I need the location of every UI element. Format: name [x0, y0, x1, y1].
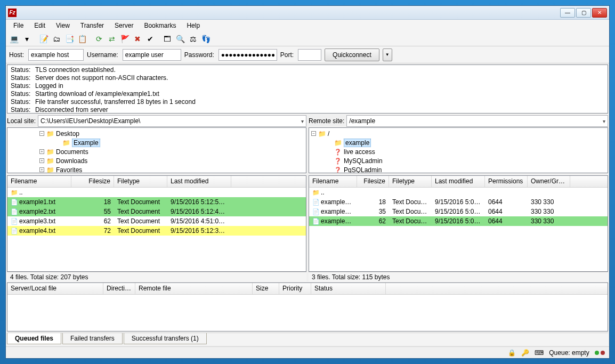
file-row[interactable]: example3.txt62Text Document9/15/2016 4:5…: [7, 216, 306, 226]
connection-bar: Host: Username: Password: Port: Quickcon…: [6, 46, 609, 63]
titlebar: Fz — ▢ ✕: [6, 6, 609, 20]
menu-help[interactable]: Help: [181, 21, 205, 30]
minimize-button[interactable]: —: [560, 8, 575, 18]
local-tree[interactable]: −DesktopExample+Documents+Downloads+Favo…: [7, 127, 306, 173]
queue-status: Queue: empty: [549, 349, 589, 357]
quickconnect-dropdown[interactable]: ▼: [383, 48, 392, 61]
remote-site-label: Remote site:: [309, 117, 344, 125]
log-row: Status:Disconnected from server: [11, 106, 604, 114]
column-header[interactable]: Filetype: [114, 176, 167, 187]
column-header[interactable]: Direction: [103, 283, 135, 294]
file-row[interactable]: example…18Text Docu…9/15/2016 5:05:…0644…: [309, 197, 608, 207]
reload-icon[interactable]: ⟳: [93, 33, 105, 45]
port-label: Port:: [280, 51, 294, 59]
cancel-icon[interactable]: 🚩: [119, 33, 131, 45]
remote-filelist[interactable]: FilenameFilesizeFiletypeLast modifiedPer…: [309, 175, 608, 272]
local-pane: Local site: C:\Users\IEUser\Desktop\Exam…: [7, 115, 306, 281]
menubar: File Edit View Transfer Server Bookmarks…: [6, 20, 609, 31]
file-row[interactable]: example2.txt55Text Document9/15/2016 5:1…: [7, 207, 306, 216]
column-header[interactable]: Last modified: [167, 176, 231, 187]
menu-edit[interactable]: Edit: [29, 21, 51, 30]
compare-icon[interactable]: ⚖: [187, 33, 199, 45]
maximize-button[interactable]: ▢: [576, 8, 591, 18]
tree-node[interactable]: live access: [311, 147, 605, 156]
remote-path-combo[interactable]: /example: [346, 115, 608, 127]
column-header[interactable]: Status: [311, 283, 386, 294]
search-icon[interactable]: 🔍: [174, 33, 186, 45]
app-icon: Fz: [8, 9, 17, 17]
remote-tree[interactable]: −/examplelive accessMySQLadminPgSQLadmin: [309, 127, 608, 173]
toggle-log-icon[interactable]: 📝: [38, 33, 50, 45]
folder-icon: [46, 157, 54, 165]
tree-node[interactable]: +Favorites: [10, 165, 304, 173]
column-header[interactable]: Size: [253, 283, 279, 294]
refresh-icon[interactable]: 📋: [76, 33, 88, 45]
tab-queued[interactable]: Queued files: [7, 333, 61, 344]
tree-node[interactable]: +Documents: [10, 147, 304, 156]
sync-icon[interactable]: 👣: [200, 33, 212, 45]
queue-panel[interactable]: Server/Local fileDirectionRemote fileSiz…: [7, 282, 608, 331]
column-header[interactable]: Filename: [309, 176, 357, 187]
log-panel[interactable]: Status:TLS connection established.Status…: [7, 64, 608, 114]
folder-icon: [318, 130, 326, 137]
log-row: Status:TLS connection established.: [11, 66, 604, 74]
host-label: Host:: [9, 51, 24, 59]
column-header[interactable]: Filename: [7, 176, 71, 187]
reconnect-icon[interactable]: ✔: [144, 33, 156, 45]
file-row[interactable]: ..: [7, 188, 306, 197]
username-input[interactable]: [123, 49, 181, 61]
tree-node[interactable]: Example: [10, 138, 304, 147]
column-header[interactable]: Permissions: [485, 176, 528, 187]
column-header[interactable]: Filesize: [71, 176, 114, 187]
toggle-queue-icon[interactable]: 📑: [63, 33, 75, 45]
tab-failed[interactable]: Failed transfers: [62, 333, 123, 344]
tab-successful[interactable]: Successful transfers (1): [124, 333, 207, 344]
toggle-tree-icon[interactable]: 🗂: [51, 33, 62, 45]
tree-node[interactable]: PgSQLadmin: [311, 165, 605, 173]
column-header[interactable]: Owner/Gro…: [528, 176, 570, 187]
file-row[interactable]: example…62Text Docu…9/15/2016 5:05:…0644…: [309, 216, 608, 226]
file-row[interactable]: example1.txt18Text Document9/15/2016 5:1…: [7, 197, 306, 207]
quickconnect-button[interactable]: Quickconnect: [325, 48, 379, 61]
tree-node[interactable]: −Desktop: [10, 129, 304, 138]
log-row: Status:Server does not support non-ASCII…: [11, 74, 604, 82]
disconnect-icon[interactable]: ✖: [132, 33, 143, 45]
folder-icon: [62, 139, 70, 147]
column-header[interactable]: Filetype: [389, 176, 432, 187]
column-header[interactable]: Server/Local file: [7, 283, 103, 294]
password-input[interactable]: [219, 49, 277, 61]
process-queue-icon[interactable]: ⇄: [106, 33, 118, 45]
column-header[interactable]: Last modified: [432, 176, 485, 187]
tree-node[interactable]: −/: [311, 129, 605, 138]
port-input[interactable]: [298, 49, 321, 61]
lock-icon: 🔒: [508, 349, 516, 357]
dropdown-icon[interactable]: ▾: [21, 33, 33, 45]
folder-icon: [334, 139, 342, 147]
menu-bookmarks[interactable]: Bookmarks: [139, 21, 181, 30]
close-button[interactable]: ✕: [592, 8, 607, 18]
filter-icon[interactable]: 🗔: [161, 33, 173, 45]
local-path-combo[interactable]: C:\Users\IEUser\Desktop\Example\: [38, 115, 306, 127]
column-header[interactable]: Remote file: [135, 283, 253, 294]
menu-view[interactable]: View: [51, 21, 75, 30]
tree-node[interactable]: +Downloads: [10, 156, 304, 165]
sitemanager-icon[interactable]: 💻: [8, 33, 20, 45]
folder-icon: [46, 166, 54, 174]
tree-node[interactable]: example: [311, 138, 605, 147]
menu-transfer[interactable]: Transfer: [75, 21, 109, 30]
folder-icon: [46, 130, 54, 137]
q-icon: [334, 148, 342, 156]
q-icon: [334, 166, 342, 174]
local-filelist[interactable]: FilenameFilesizeFiletypeLast modified ..…: [7, 175, 306, 272]
menu-file[interactable]: File: [8, 21, 29, 30]
key-icon: 🔑: [521, 349, 529, 357]
file-row[interactable]: ..: [309, 188, 608, 197]
file-row[interactable]: example…35Text Docu…9/15/2016 5:05:…0644…: [309, 207, 608, 216]
column-header[interactable]: Priority: [279, 283, 311, 294]
keyboard-icon: ⌨: [535, 349, 544, 357]
host-input[interactable]: [28, 49, 84, 61]
tree-node[interactable]: MySQLadmin: [311, 156, 605, 165]
file-row[interactable]: example4.txt72Text Document9/15/2016 5:1…: [7, 226, 306, 236]
column-header[interactable]: Filesize: [357, 176, 389, 187]
menu-server[interactable]: Server: [109, 21, 139, 30]
